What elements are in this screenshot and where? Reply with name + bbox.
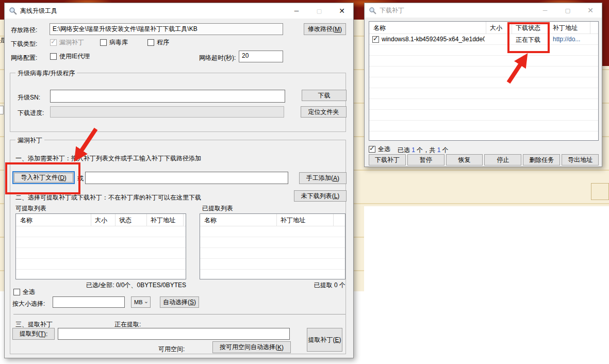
- action-button-row: 下载补丁 暂停 恢复 停止 删除任务 导出地址: [369, 154, 599, 166]
- column-header[interactable]: 补丁地址: [553, 24, 578, 32]
- background-partial-field: [0, 106, 4, 114]
- selection-text: 个，共: [415, 146, 437, 154]
- extracted-table-body: [200, 226, 345, 279]
- extractable-table-body: [16, 226, 186, 279]
- table-row[interactable]: ✓ windows8.1-kb4592495-x64_3e1dde0... 正在…: [369, 34, 598, 45]
- maximize-button[interactable]: ▢: [308, 3, 331, 19]
- import-patch-file-button[interactable]: 导入补丁文件(D): [12, 171, 75, 184]
- upgrade-sn-field[interactable]: [50, 90, 285, 103]
- screen: 是 离线升级工具 ─ ▢ ✕ 存放路径: E:\网络安全\瑞星升级安装文件\瑞星…: [0, 0, 609, 364]
- extractable-table[interactable]: 名称 大小 状态 补丁地址: [15, 213, 186, 279]
- download-patch-window: 下载补丁 ─ ▢ ✕ 名称 大小 下载状态 补丁地址 ✓ windows8.1-…: [364, 3, 602, 167]
- extracted-stats: 已提取 0 个: [200, 281, 345, 290]
- checkbox-label: 病毒库: [109, 38, 128, 47]
- extracted-table-header: 名称 补丁地址: [200, 214, 345, 226]
- step2-text: 二、选择可提取补丁或下载补丁：不在补丁库的补丁可以在这里下载: [15, 193, 201, 202]
- select-all-checkbox[interactable]: ✓ 全选: [369, 145, 390, 154]
- check-icon: ✓: [369, 144, 375, 152]
- left-window-title: 离线升级工具: [20, 7, 57, 15]
- close-button[interactable]: ✕: [579, 3, 602, 18]
- modify-path-button[interactable]: 修改路径(M): [304, 23, 346, 35]
- row-status: 正在下载: [516, 36, 548, 44]
- row-url: http://do...: [553, 36, 589, 43]
- checkbox-box: ✓: [100, 39, 107, 46]
- column-header[interactable]: 下载状态: [516, 24, 540, 32]
- extract-to-field[interactable]: [58, 328, 290, 340]
- right-titlebar[interactable]: 下载补丁 ─ ▢ ✕: [365, 3, 602, 18]
- extracted-list-label: 已提取列表: [202, 204, 233, 213]
- extract-patch-button[interactable]: 提取补丁(E): [307, 328, 342, 352]
- export-url-button[interactable]: 导出地址: [562, 154, 599, 166]
- extractable-stats: 已选/全部: 0/0个、0BYTES/0BYTES: [15, 281, 186, 290]
- network-config-label: 网络配置:: [11, 54, 37, 62]
- upgrade-group-title: 升级病毒库/升级程序: [15, 69, 77, 78]
- download-progress-field: [50, 106, 284, 118]
- vuln-patch-checkbox[interactable]: ✓ 漏洞补丁: [50, 38, 84, 47]
- resume-button[interactable]: 恢复: [446, 154, 483, 166]
- minimize-button[interactable]: ─: [534, 3, 556, 18]
- free-space-label: 可用空间:: [158, 345, 185, 354]
- checkbox-label: 程序: [157, 38, 169, 47]
- checkbox-box: ✓: [369, 146, 375, 153]
- check-icon: ✓: [51, 38, 56, 45]
- offline-upgrade-tool-window: 离线升级工具 ─ ▢ ✕ 存放路径: E:\网络安全\瑞星升级安装文件\瑞星补丁…: [4, 3, 354, 358]
- selection-text: 已选: [398, 146, 412, 154]
- download-table-body: [369, 34, 598, 140]
- download-table[interactable]: 名称 大小 下载状态 补丁地址 ✓ windows8.1-kb4592495-x…: [369, 21, 599, 141]
- checkbox-label: 全选: [378, 145, 390, 154]
- storage-path-label: 存放路径:: [11, 26, 37, 35]
- column-header[interactable]: 状态: [119, 216, 131, 225]
- pause-button[interactable]: 暂停: [407, 154, 445, 166]
- right-window-title: 下载补丁: [380, 6, 404, 15]
- maximize-button[interactable]: ▢: [556, 3, 579, 18]
- column-header[interactable]: 大小: [490, 24, 502, 32]
- ie-proxy-checkbox[interactable]: ✓ 使用IE代理: [50, 52, 90, 61]
- download-button[interactable]: 下载: [302, 90, 347, 101]
- column-header[interactable]: 名称: [373, 24, 386, 32]
- column-header[interactable]: 名称: [204, 216, 217, 225]
- row-name: windows8.1-kb4592495-x64_3e1dde0...: [382, 36, 485, 43]
- size-filter-field[interactable]: [53, 296, 125, 308]
- extractable-table-header: 名称 大小 状态 补丁地址: [16, 214, 186, 226]
- auto-select-button[interactable]: 自动选择(S): [160, 296, 199, 308]
- checkbox-label: 全选: [23, 288, 35, 296]
- auto-by-space-button[interactable]: 按可用空间自动选择(K): [212, 341, 291, 353]
- row-checkbox[interactable]: ✓: [372, 36, 379, 43]
- magnifier-icon: [9, 7, 17, 15]
- desktop-right-edge: [602, 0, 609, 66]
- undownloaded-list-button[interactable]: 未下载列表(L): [294, 190, 347, 202]
- size-unit-select[interactable]: MB ⌄: [131, 296, 151, 308]
- selection-text: 个: [440, 146, 448, 154]
- check-icon: ✓: [373, 35, 378, 42]
- column-header[interactable]: 大小: [95, 216, 107, 225]
- checkbox-box: ✓: [13, 289, 20, 295]
- checkbox-box: ✓: [50, 53, 57, 60]
- column-header[interactable]: 补丁地址: [151, 216, 175, 225]
- section-divider: [13, 314, 345, 315]
- storage-path-field[interactable]: E:\网络安全\瑞星升级安装文件\瑞星补丁下载工具\KB: [50, 23, 283, 35]
- minimize-button[interactable]: ─: [285, 3, 308, 19]
- manual-path-field[interactable]: [85, 172, 288, 184]
- virus-db-checkbox[interactable]: ✓ 病毒库: [100, 38, 128, 47]
- locate-folder-button[interactable]: 定位文件夹: [301, 106, 347, 118]
- extracted-table[interactable]: 名称 补丁地址: [200, 213, 345, 279]
- patch-group: 漏洞补丁 一、添加需要补丁：拖入补丁列表文件或手工输入补丁下载路径添加 导入补丁…: [10, 140, 346, 354]
- extract-to-button[interactable]: 提取到(T):: [12, 328, 55, 340]
- close-button[interactable]: ✕: [331, 3, 353, 19]
- column-header[interactable]: 补丁地址: [281, 216, 305, 225]
- upgrade-group: 升级病毒库/升级程序 升级SN: 下载 下载进度: 定位文件夹: [10, 73, 346, 132]
- timeout-field[interactable]: 20: [239, 51, 283, 62]
- upgrade-sn-label: 升级SN:: [18, 93, 40, 102]
- delete-task-button[interactable]: 删除任务: [523, 154, 560, 166]
- background-partial-button: [591, 183, 609, 200]
- program-checkbox[interactable]: ✓ 程序: [147, 38, 169, 47]
- column-header[interactable]: 名称: [20, 216, 32, 225]
- download-patch-button[interactable]: 下载补丁: [369, 154, 406, 166]
- size-filter-label: 按大小选择:: [12, 300, 45, 308]
- stop-button[interactable]: 停止: [484, 154, 521, 166]
- select-all-checkbox[interactable]: ✓ 全选: [13, 288, 35, 296]
- manual-add-button[interactable]: 手工添加(A): [299, 172, 347, 184]
- checkbox-label: 漏洞补丁: [59, 38, 84, 47]
- left-titlebar[interactable]: 离线升级工具 ─ ▢ ✕: [5, 3, 353, 19]
- download-type-label: 下载类型:: [11, 40, 37, 48]
